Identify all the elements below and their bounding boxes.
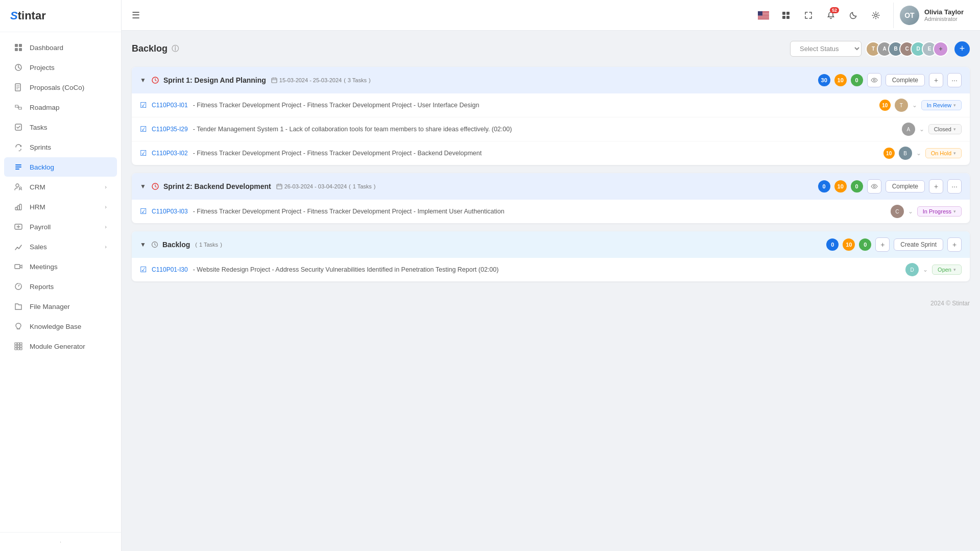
backlog-add-task-button[interactable]: + — [875, 237, 890, 252]
backlog-section-title: Backlog — [151, 241, 190, 249]
sidebar-item-dashboard[interactable]: Dashboard — [4, 38, 117, 57]
sidebar-footer: · — [0, 532, 121, 551]
backlog-toggle[interactable]: ▼ — [140, 241, 146, 248]
sidebar-item-sprints[interactable]: Sprints — [4, 137, 117, 157]
task-expand-icon[interactable]: ⌄ — [923, 266, 928, 273]
sidebar-item-payroll[interactable]: Payroll › — [4, 217, 117, 236]
task-id[interactable]: C110P01-I30 — [152, 266, 188, 273]
sidebar-logo: Stintar — [0, 0, 121, 32]
sidebar-item-label: Projects — [30, 64, 107, 71]
dark-mode-toggle[interactable] — [844, 6, 863, 25]
sprint-1-add-button[interactable]: + — [929, 73, 943, 87]
sprint-1-date: 15-03-2024 - 25-03-2024 (3 Tasks) — [271, 77, 371, 83]
page-info-icon[interactable]: ⓘ — [172, 44, 179, 54]
backlog-section: ▼ Backlog (1 Tasks) 0 10 0 + Create Spri… — [132, 231, 970, 281]
chevron-right-icon: › — [105, 184, 107, 190]
user-profile[interactable]: OT Olivia Taylor Administrator — [893, 3, 970, 28]
sprint-2-visibility-button[interactable] — [867, 179, 881, 194]
sprint-2-add-button[interactable]: + — [929, 179, 943, 194]
svg-rect-47 — [272, 78, 277, 83]
task-id[interactable]: C110P03-I01 — [152, 102, 188, 109]
sidebar-item-meetings[interactable]: Meetings — [4, 257, 117, 276]
svg-rect-21 — [17, 345, 19, 347]
sidebar-item-hrm[interactable]: HRM › — [4, 197, 117, 217]
sidebar-item-crm[interactable]: CRM › — [4, 177, 117, 197]
sprint-1-complete-button[interactable]: Complete — [886, 74, 925, 86]
task-id[interactable]: C110P03-I02 — [152, 150, 188, 157]
task-checkbox[interactable]: ☑ — [140, 101, 147, 110]
task-status-badge[interactable]: Open ▾ — [932, 265, 962, 275]
task-title: - Fitness Tracker Development Project - … — [193, 208, 886, 215]
sidebar-item-backlog[interactable]: Backlog — [4, 157, 117, 177]
reports-icon — [14, 282, 23, 291]
task-status-badge[interactable]: On Hold ▾ — [925, 148, 962, 158]
sidebar-item-label: Payroll — [30, 223, 105, 231]
table-row: ☑ C110P35-I29 - Tender Management System… — [132, 117, 970, 141]
task-expand-icon[interactable]: ⌄ — [916, 150, 921, 157]
sidebar-item-tasks[interactable]: Tasks — [4, 117, 117, 137]
status-chevron-icon: ▾ — [953, 151, 956, 156]
sprint-1-more-button[interactable]: ··· — [947, 73, 962, 87]
task-status-badge[interactable]: In Progress ▾ — [917, 206, 962, 217]
task-checkbox[interactable]: ☑ — [140, 125, 147, 134]
language-selector[interactable] — [754, 6, 773, 25]
svg-point-11 — [19, 187, 21, 189]
sprint-2-complete-button[interactable]: Complete — [886, 180, 925, 193]
sprint-1-badge-blue: 30 — [818, 74, 830, 86]
svg-rect-38 — [758, 18, 769, 18]
sprint-1-visibility-button[interactable] — [867, 73, 881, 87]
add-user-button[interactable]: + — [954, 41, 970, 57]
sidebar-item-sales[interactable]: Sales › — [4, 237, 117, 256]
page-title: Backlog ⓘ — [132, 43, 179, 54]
sidebar-item-roadmap[interactable]: Roadmap — [4, 98, 117, 117]
svg-rect-18 — [17, 343, 19, 345]
sidebar-item-projects[interactable]: Projects — [4, 58, 117, 77]
settings-button[interactable] — [867, 6, 885, 25]
sprint-2-badge-blue: 0 — [818, 180, 830, 193]
user-role: Administrator — [924, 16, 964, 22]
task-title: - Website Redesign Project - Address Sec… — [193, 266, 900, 273]
task-checkbox[interactable]: ☑ — [140, 265, 147, 274]
sprint-2-toggle[interactable]: ▼ — [140, 183, 146, 190]
task-checkbox[interactable]: ☑ — [140, 207, 147, 216]
task-expand-icon[interactable]: ⌄ — [912, 102, 917, 109]
backlog-more-button[interactable]: + — [947, 237, 962, 252]
svg-rect-14 — [19, 204, 21, 210]
status-select[interactable]: Select Status Complete In Progress On Ho… — [790, 41, 862, 57]
module-generator-icon — [14, 342, 23, 351]
sidebar-item-knowledge-base[interactable]: Knowledge Base — [4, 317, 117, 336]
sprint-1-toggle[interactable]: ▼ — [140, 77, 146, 84]
task-meta: 10 B ⌄ On Hold ▾ — [883, 147, 962, 160]
chevron-right-icon: › — [105, 244, 107, 250]
sidebar-item-reports[interactable]: Reports — [4, 277, 117, 296]
table-row: ☑ C110P03-I01 - Fitness Tracker Developm… — [132, 93, 970, 117]
sidebar-item-label: Reports — [30, 283, 107, 291]
sidebar-item-proposals[interactable]: Proposals (CoCo) — [4, 78, 117, 97]
task-id[interactable]: C110P35-I29 — [152, 126, 188, 133]
grid-view-button[interactable] — [777, 6, 795, 25]
task-id[interactable]: C110P03-I03 — [152, 208, 188, 215]
sidebar-item-label: Module Generator — [30, 343, 107, 350]
header: ☰ 52 — [122, 0, 980, 31]
task-checkbox[interactable]: ☑ — [140, 149, 147, 158]
svg-rect-3 — [19, 48, 22, 51]
avatar: + — [933, 41, 948, 57]
create-sprint-button[interactable]: Create Sprint — [894, 238, 943, 251]
expand-button[interactable] — [799, 6, 818, 25]
sidebar-item-label: Sales — [30, 243, 105, 251]
svg-rect-25 — [20, 348, 22, 350]
sidebar-item-label: HRM — [30, 203, 105, 211]
task-status-badge[interactable]: In Review ▾ — [921, 100, 962, 110]
menu-toggle-button[interactable]: ☰ — [132, 10, 140, 21]
sprint-1-section: ▼ Sprint 1: Design And Planning 15-03-20… — [132, 67, 970, 165]
sidebar-nav: Dashboard Projects Proposals (CoCo) Road… — [0, 32, 121, 532]
svg-rect-22 — [20, 345, 22, 347]
team-avatars: T A B C D E + — [866, 41, 948, 57]
task-expand-icon[interactable]: ⌄ — [919, 126, 924, 133]
task-expand-icon[interactable]: ⌄ — [908, 208, 913, 215]
sidebar-item-file-manager[interactable]: File Manager — [4, 297, 117, 316]
notification-button[interactable]: 52 — [822, 6, 840, 25]
sprint-2-more-button[interactable]: ··· — [947, 179, 962, 194]
sidebar-item-module-generator[interactable]: Module Generator — [4, 337, 117, 356]
task-status-badge[interactable]: Closed ▾ — [928, 124, 962, 134]
